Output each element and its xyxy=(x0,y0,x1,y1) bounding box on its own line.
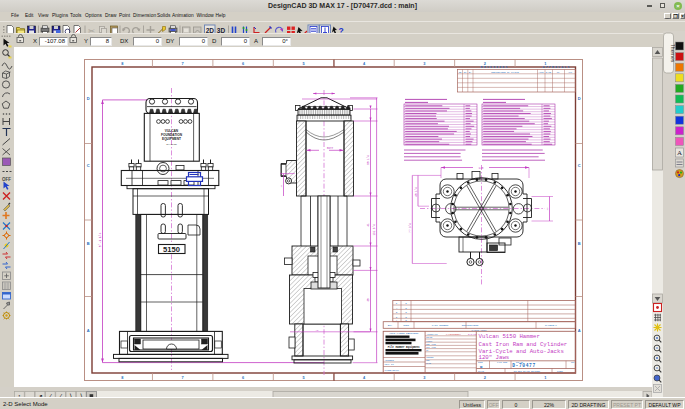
svg-text:4: 4 xyxy=(363,375,366,380)
svg-text:41: 41 xyxy=(367,223,370,227)
svg-text:QTY: QTY xyxy=(388,324,393,327)
svg-text:C: C xyxy=(578,163,581,168)
svg-text:Bore: Bore xyxy=(327,147,334,150)
svg-text:CITY ST: CITY ST xyxy=(385,363,395,366)
svg-text:PART NUMBER: PART NUMBER xyxy=(432,324,449,327)
svg-text:30: 30 xyxy=(367,298,370,302)
svg-text:77 3/4: 77 3/4 xyxy=(408,223,412,233)
svg-text:3: 3 xyxy=(423,375,426,380)
svg-text:B: B xyxy=(578,241,581,246)
svg-text:Themes: Themes xyxy=(670,44,676,63)
svg-text:CK: CK xyxy=(557,71,560,74)
svg-text:EQUIPMENT: EQUIPMENT xyxy=(162,137,181,141)
svg-text:ITEM: ITEM xyxy=(403,324,409,327)
svg-text:SHEET: SHEET xyxy=(557,370,564,373)
svg-text:7: 7 xyxy=(182,61,184,66)
svg-text:40 1/4: 40 1/4 xyxy=(414,187,418,197)
svg-text:C.Christopher: C.Christopher xyxy=(446,333,461,336)
svg-text:11: 11 xyxy=(280,184,283,187)
svg-text:5150: 5150 xyxy=(163,245,180,254)
svg-text:A: A xyxy=(677,149,682,157)
svg-text:1: 1 xyxy=(544,375,547,380)
svg-text:D-70477: D-70477 xyxy=(512,363,536,368)
svg-text:3: 3 xyxy=(423,61,426,66)
svg-text:Vulcan 5150 Hammer: Vulcan 5150 Hammer xyxy=(479,333,540,340)
svg-text:BY: BY xyxy=(469,71,472,74)
svg-text:13: 13 xyxy=(546,207,549,210)
svg-text:8: 8 xyxy=(121,61,124,66)
svg-text:DO NOT SCALE DRAWING: DO NOT SCALE DRAWING xyxy=(514,370,541,373)
svg-text:PILE HAMMER EQUIPMENT: PILE HAMMER EQUIPMENT xyxy=(390,332,420,335)
svg-text:DATE: DATE xyxy=(546,71,552,74)
svg-text:SCALE: SCALE xyxy=(478,370,485,373)
svg-text:CAGE CODE: CAGE CODE xyxy=(497,361,508,364)
svg-text:15: 15 xyxy=(316,329,319,332)
svg-text:APP: APP xyxy=(568,71,573,74)
svg-text:REV: REV xyxy=(571,361,575,364)
svg-text:8'-1 1/4: 8'-1 1/4 xyxy=(98,233,102,248)
svg-text:D: D xyxy=(578,96,581,101)
svg-text:B: B xyxy=(87,241,90,246)
svg-text:5: 5 xyxy=(302,375,305,380)
svg-text:DESCRIPTION OF CHANGE: DESCRIPTION OF CHANGE xyxy=(491,71,519,74)
svg-text:PHONE/EMAIL: PHONE/EMAIL xyxy=(385,369,400,372)
svg-text:MATERIAL: MATERIAL xyxy=(545,324,558,327)
svg-text:5: 5 xyxy=(302,61,305,66)
svg-text:C: C xyxy=(87,163,90,168)
svg-text:DATE: DATE xyxy=(426,362,432,365)
svg-text:80 1/4: 80 1/4 xyxy=(366,155,370,165)
svg-text:OFF: OFF xyxy=(2,177,11,182)
svg-text:7: 7 xyxy=(182,375,184,380)
svg-text:8: 8 xyxy=(121,375,124,380)
svg-text:6: 6 xyxy=(242,61,245,66)
svg-text:120: 120 xyxy=(478,167,483,170)
svg-text:CHATT.TN: CHATT.TN xyxy=(166,143,177,145)
svg-text:APPD: APPD xyxy=(538,71,544,74)
svg-text:4: 4 xyxy=(363,61,366,66)
svg-text:R E V I S I O N S: R E V I S I O N S xyxy=(481,66,508,69)
svg-text:6: 6 xyxy=(242,375,245,380)
svg-text:DESCRIPTION: DESCRIPTION xyxy=(462,324,479,327)
svg-text:Pile Hammer Equipment: Pile Hammer Equipment xyxy=(388,345,421,349)
svg-text:Cast Iron Ram and Cylinder: Cast Iron Ram and Cylinder xyxy=(479,341,568,348)
svg-text:A: A xyxy=(578,328,581,333)
svg-text:8/7/08: 8/7/08 xyxy=(468,333,477,336)
svg-text:120" Jaws: 120" Jaws xyxy=(479,354,510,361)
svg-text:A P P R O V A L S: A P P R O V A L S xyxy=(543,66,570,69)
svg-text:DT: DT xyxy=(464,71,467,74)
svg-text:2: 2 xyxy=(484,375,487,380)
svg-text:RE: RE xyxy=(459,71,462,74)
svg-text:D: D xyxy=(480,365,483,369)
svg-text:ADDRESS: ADDRESS xyxy=(385,359,395,362)
svg-text:131 3/4: 131 3/4 xyxy=(372,224,376,235)
svg-text:APPROVALS: APPROVALS xyxy=(426,333,438,336)
svg-text:D: D xyxy=(87,96,90,101)
svg-text:A: A xyxy=(87,328,90,333)
